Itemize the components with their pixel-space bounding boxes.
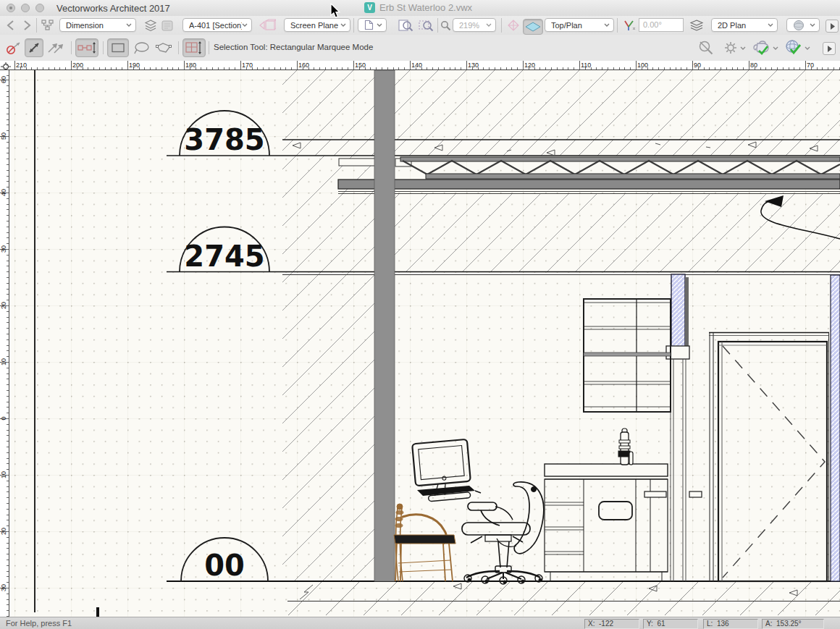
layer-options-button[interactable] <box>161 19 174 32</box>
chevron-down-icon <box>377 23 382 27</box>
plan-mode-dropdown[interactable]: 2D Plan <box>711 18 778 32</box>
pink-plane-icon <box>506 20 521 31</box>
zoom-window-button[interactable] <box>35 4 44 12</box>
app-title: Vectorworks Architect 2017 <box>56 3 170 14</box>
chevron-down-icon <box>810 23 815 27</box>
section-drawing[interactable]: 3785 2745 00 <box>9 70 840 617</box>
minimize-window-button[interactable] <box>21 4 30 12</box>
door-bar-handle <box>689 491 702 497</box>
ruler-number: 40 <box>0 186 7 199</box>
right-glazing-strip[interactable] <box>831 275 840 581</box>
document-title: Erb St Waterloo 2.vwx <box>379 2 472 13</box>
ruler-origin-corner[interactable] <box>0 61 12 70</box>
page-icon <box>364 20 374 30</box>
plan-mode-dropdown-label: 2D Plan <box>718 21 746 30</box>
close-window-button[interactable] <box>7 4 15 12</box>
plane-mode-dropdown-label: Screen Plane <box>290 21 338 30</box>
lasso-icon <box>133 41 151 54</box>
ruler-number: 150 <box>355 62 366 69</box>
dimension-constraint-mode[interactable] <box>75 38 98 57</box>
zoom-tool-button[interactable] <box>440 20 451 31</box>
fit-to-objects-button[interactable] <box>417 18 434 33</box>
level-label: 2745 <box>184 240 264 273</box>
pink-wireframe-cube-icon <box>259 19 276 32</box>
application-window: Vectorworks Architect 2017 V Erb St Wate… <box>0 0 840 629</box>
active-plane-button[interactable] <box>523 19 543 35</box>
layers-button[interactable] <box>143 19 158 32</box>
coordinate-y-field[interactable]: Y: 61 <box>643 619 698 629</box>
saved-views-button[interactable] <box>41 19 55 32</box>
horizontal-ruler[interactable]: 2102001901801701601501401301201101009080… <box>12 61 840 70</box>
chevron-down-icon <box>740 46 746 50</box>
angle-field[interactable]: A: 153.25° <box>762 619 824 629</box>
previous-view-button[interactable] <box>258 19 277 32</box>
polygon-marquee-mode[interactable] <box>154 38 174 57</box>
render-sphere-icon <box>793 20 805 31</box>
mode-bar-overflow-button[interactable] <box>823 42 836 55</box>
cabinet-bar-handle <box>644 491 666 497</box>
forward-button[interactable] <box>20 19 33 32</box>
interactive-scaling-single-mode[interactable] <box>25 38 43 57</box>
close-icon <box>9 7 12 9</box>
dimension-bars-icon <box>77 41 96 54</box>
rotation-angle-field[interactable]: 0.00° <box>639 18 684 32</box>
view-dropdown[interactable]: Top/Plan <box>545 18 614 32</box>
magnifier-icon <box>440 20 451 31</box>
ruler-number: 80 <box>750 62 757 69</box>
toolbar-separator <box>36 18 37 33</box>
ruler-number: 140 <box>411 62 422 69</box>
vertical-ruler[interactable]: 6050403020100102030 <box>0 70 9 617</box>
ruler-number: 180 <box>185 62 196 69</box>
interactive-scaling-multi-mode[interactable] <box>45 38 67 57</box>
toolbar-overflow-button[interactable] <box>826 20 839 33</box>
teapot-check-icon <box>751 39 771 56</box>
toolbar-separator <box>437 18 438 33</box>
lasso-marquee-mode[interactable] <box>132 38 152 57</box>
toolbar-separator <box>617 18 618 33</box>
render-current-view-button[interactable] <box>750 39 779 56</box>
document-title-group: V Erb St Waterloo 2.vwx <box>364 2 472 13</box>
chevron-down-icon <box>340 23 346 27</box>
render-mode-dropdown[interactable] <box>786 18 820 32</box>
zoom-level-value: 219% <box>459 21 479 30</box>
chevron-down-icon <box>126 23 132 27</box>
ruler-number: 10 <box>0 355 7 368</box>
tool-set-dropdown[interactable]: Dimension <box>59 18 136 32</box>
unified-view-button[interactable] <box>505 19 521 32</box>
coordinate-x-field[interactable]: X: -122 <box>584 619 639 629</box>
ruler-number: 130 <box>468 62 479 69</box>
structural-column[interactable] <box>374 70 395 581</box>
render-sheet-button[interactable] <box>782 39 811 56</box>
rectangular-marquee-mode[interactable] <box>107 38 129 57</box>
toolbar-separator <box>71 41 72 54</box>
sheet-layer-dropdown[interactable]: A-401 [Section] <box>182 18 252 32</box>
length-field[interactable]: L: 136 <box>703 619 758 629</box>
status-bar: For Help, press F1 X: -122 Y: 61 L: 136 … <box>0 617 840 629</box>
document-settings-dropdown[interactable] <box>358 18 387 32</box>
magnifier-marquee-icon <box>418 18 434 33</box>
back-button[interactable] <box>4 19 17 32</box>
fit-to-page-button[interactable] <box>397 18 414 33</box>
axes-icon <box>622 20 637 32</box>
layer-plane-button[interactable] <box>688 19 705 32</box>
render-settings-button[interactable] <box>721 40 747 56</box>
help-text: For Help, press F1 <box>6 619 72 628</box>
vectorworks-doc-icon: V <box>364 2 375 13</box>
disable-interactive-scaling-mode[interactable] <box>4 38 23 57</box>
view-dropdown-label: Top/Plan <box>551 21 582 30</box>
zoom-level-combo[interactable]: 219% <box>453 18 496 32</box>
ruler-number: 90 <box>694 62 701 69</box>
connected-nodes-icon <box>41 20 54 31</box>
ruler-number: 20 <box>0 525 7 538</box>
working-plane-axes-button[interactable] <box>621 19 637 32</box>
drawing-canvas[interactable]: 3785 2745 00 <box>9 70 840 617</box>
toolbar-separator <box>501 18 502 33</box>
plane-mode-dropdown[interactable]: Screen Plane <box>284 18 350 32</box>
chevron-down-icon <box>768 23 773 27</box>
snap-to-object-mode[interactable] <box>182 38 206 57</box>
no-render-button[interactable] <box>695 40 717 56</box>
stacked-planes-icon <box>689 20 704 32</box>
ruler-number: 30 <box>0 581 7 594</box>
mouse-cursor <box>330 3 342 19</box>
ruler-number: 110 <box>581 62 591 69</box>
